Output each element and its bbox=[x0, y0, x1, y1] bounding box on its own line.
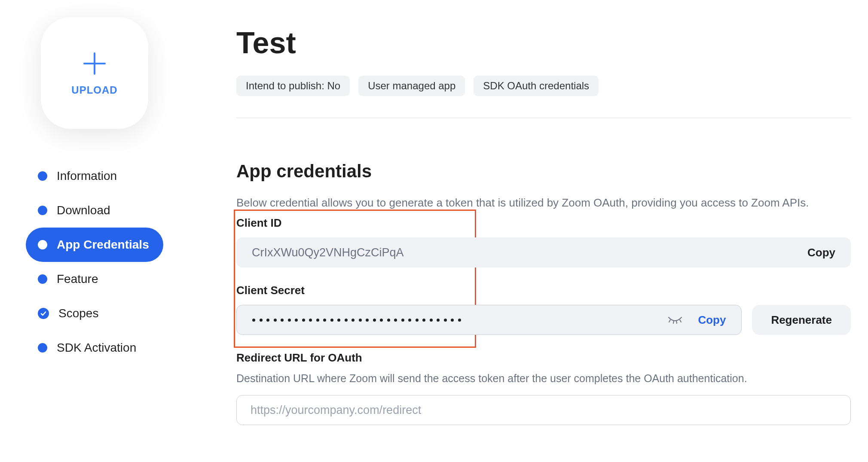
check-icon bbox=[38, 308, 49, 319]
redirect-url-group: Redirect URL for OAuth Destination URL w… bbox=[236, 351, 851, 425]
svg-line-4 bbox=[676, 321, 677, 323]
nav-label: Scopes bbox=[58, 307, 98, 320]
redirect-label: Redirect URL for OAuth bbox=[236, 351, 851, 365]
nav-item-sdk-activation[interactable]: SDK Activation bbox=[26, 331, 163, 365]
svg-line-5 bbox=[680, 320, 681, 322]
client-secret-label: Client Secret bbox=[236, 284, 851, 297]
client-secret-masked bbox=[252, 319, 461, 322]
tag-row: Intend to publish: No User managed app S… bbox=[236, 76, 851, 118]
copy-client-id-button[interactable]: Copy bbox=[807, 246, 835, 259]
upload-button[interactable]: UPLOAD bbox=[41, 17, 148, 129]
page-title: Test bbox=[236, 26, 851, 60]
client-id-label: Client ID bbox=[236, 216, 851, 230]
tag-sdk: SDK OAuth credentials bbox=[474, 76, 599, 96]
svg-line-3 bbox=[673, 321, 674, 323]
copy-client-secret-button[interactable]: Copy bbox=[698, 313, 726, 327]
regenerate-button[interactable]: Regenerate bbox=[752, 305, 851, 335]
redirect-help: Destination URL where Zoom will send the… bbox=[236, 372, 851, 385]
nav-label: Download bbox=[57, 204, 110, 217]
bullet-icon bbox=[38, 206, 47, 215]
client-id-value: CrIxXWu0Qy2VNHgCzCiPqA bbox=[252, 246, 404, 259]
client-secret-field: Copy bbox=[236, 305, 742, 335]
nav-item-download[interactable]: Download bbox=[26, 193, 163, 228]
section-description: Below credential allows you to generate … bbox=[236, 196, 851, 210]
svg-line-2 bbox=[669, 320, 670, 322]
nav-label: Information bbox=[57, 169, 117, 183]
sidebar-nav: Information Download App Credentials Fea… bbox=[26, 159, 163, 365]
nav-item-app-credentials[interactable]: App Credentials bbox=[26, 228, 163, 262]
upload-label: UPLOAD bbox=[71, 84, 117, 96]
tag-publish: Intend to publish: No bbox=[236, 76, 350, 96]
bullet-icon bbox=[38, 343, 47, 353]
nav-label: Feature bbox=[57, 272, 98, 286]
client-id-field: CrIxXWu0Qy2VNHgCzCiPqA Copy bbox=[236, 237, 851, 267]
redirect-url-input[interactable] bbox=[236, 395, 851, 425]
nav-label: SDK Activation bbox=[57, 341, 136, 355]
section-title: App credentials bbox=[236, 161, 851, 182]
client-id-group: Client ID CrIxXWu0Qy2VNHgCzCiPqA Copy bbox=[236, 216, 851, 267]
bullet-icon bbox=[38, 240, 47, 249]
nav-item-feature[interactable]: Feature bbox=[26, 262, 163, 296]
nav-item-information[interactable]: Information bbox=[26, 159, 163, 193]
bullet-icon bbox=[38, 171, 47, 181]
client-secret-group: Client Secret Copy bbox=[236, 284, 851, 335]
credential-area: Client ID CrIxXWu0Qy2VNHgCzCiPqA Copy Cl… bbox=[236, 216, 851, 335]
eye-closed-icon[interactable] bbox=[668, 316, 682, 324]
nav-item-scopes[interactable]: Scopes bbox=[26, 296, 163, 331]
main-content: Test Intend to publish: No User managed … bbox=[176, 0, 868, 462]
nav-label: App Credentials bbox=[57, 238, 149, 252]
plus-icon bbox=[81, 50, 108, 77]
tag-managed: User managed app bbox=[358, 76, 465, 96]
sidebar: UPLOAD Information Download App Credenti… bbox=[0, 0, 176, 462]
bullet-icon bbox=[38, 274, 47, 284]
